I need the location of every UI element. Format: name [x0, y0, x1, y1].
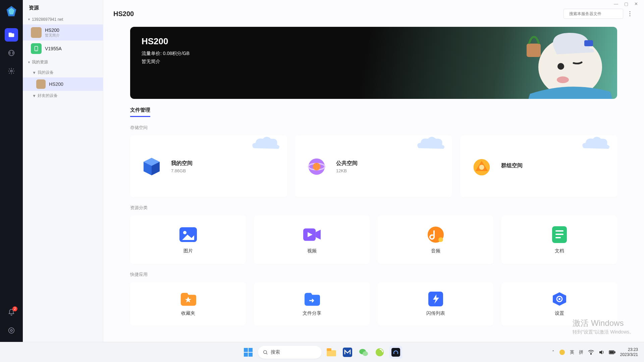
tree-group-label: 我的资源 — [32, 59, 48, 65]
taskbar-explorer[interactable] — [325, 346, 338, 359]
tab-file-manage[interactable]: 文件管理 — [130, 107, 150, 117]
category-label: 音频 — [431, 248, 440, 254]
caret-icon: ▼ — [28, 61, 31, 64]
search-box[interactable] — [564, 9, 623, 19]
storage-group-space[interactable]: 群组空间 — [460, 135, 617, 197]
audio-icon — [427, 226, 444, 243]
rail-notifications[interactable]: 2 — [5, 306, 18, 319]
quick-favorites[interactable]: 收藏夹 — [130, 282, 246, 326]
rail-resources[interactable] — [5, 28, 18, 42]
svg-marker-32 — [316, 230, 321, 240]
more-menu-button[interactable] — [626, 9, 634, 19]
tray-ime-lang[interactable]: 英 — [570, 349, 574, 355]
tree-subgroup-friends[interactable]: ▼ 好友的设备 — [23, 91, 103, 101]
svg-point-17 — [557, 76, 569, 83]
tree-item-name: V1955A — [45, 46, 62, 51]
storage-public-space[interactable]: 公共空间 12KB — [295, 135, 452, 197]
window-minimize-button[interactable]: — — [614, 1, 618, 6]
storage-title: 公共空间 — [336, 160, 358, 167]
rail-settings[interactable] — [5, 64, 18, 78]
category-audio[interactable]: 音频 — [378, 216, 493, 264]
svg-rect-52 — [327, 348, 331, 351]
svg-rect-37 — [555, 230, 564, 232]
cloud-icon — [580, 135, 610, 150]
quick-share[interactable]: 文件分享 — [254, 282, 370, 326]
quick-label: 设置 — [555, 310, 564, 316]
taskbar-search[interactable]: 搜索 — [258, 346, 322, 359]
nav-rail: 2 — [0, 0, 23, 342]
svg-rect-53 — [343, 348, 352, 357]
svg-point-16 — [557, 63, 564, 70]
tree-group-my[interactable]: ▼ 我的资源 — [23, 57, 103, 68]
tree-group-net[interactable]: ▼ 13928697941 net — [23, 14, 103, 24]
svg-rect-46 — [244, 348, 248, 352]
storage-size: 12KB — [336, 168, 358, 173]
device-thumb — [31, 43, 42, 54]
section-quick-label: 快捷应用 — [130, 272, 617, 278]
start-button[interactable] — [242, 346, 255, 359]
tree-subitem-hs200[interactable]: HS200 — [23, 77, 103, 91]
svg-rect-62 — [614, 352, 615, 353]
storage-title: 我的空间 — [171, 160, 193, 167]
hero-illustration — [506, 27, 617, 99]
category-images[interactable]: 图片 — [130, 216, 246, 264]
taskbar-app-current[interactable] — [389, 346, 402, 359]
quick-flash-transfer[interactable]: 闪传列表 — [378, 282, 493, 326]
share-folder-icon — [304, 292, 320, 306]
tray-security-icon[interactable] — [559, 349, 565, 355]
taskbar: 搜索 ˄ 英 拼 23:23 2023/3/21 — [0, 342, 644, 362]
category-videos[interactable]: 视频 — [254, 216, 370, 264]
svg-point-29 — [183, 231, 186, 234]
device-thumb — [31, 27, 42, 38]
taskbar-app-maxthon[interactable] — [341, 346, 354, 359]
wifi-icon[interactable] — [588, 350, 594, 355]
sidebar-title: 资源 — [23, 0, 103, 14]
svg-point-27 — [479, 165, 484, 170]
window-close-button[interactable]: ✕ — [634, 1, 638, 6]
svg-rect-47 — [249, 348, 253, 352]
svg-rect-39 — [555, 237, 561, 238]
tree-item-hs200[interactable]: HS200 暂无简介 — [23, 24, 103, 41]
taskbar-app-green[interactable] — [373, 346, 386, 359]
rail-about[interactable] — [5, 324, 18, 337]
svg-point-6 — [9, 328, 14, 334]
battery-icon[interactable] — [609, 350, 615, 355]
tray-clock[interactable]: 23:23 2023/3/21 — [620, 347, 638, 357]
caret-icon: ▼ — [28, 18, 31, 21]
tray-ime-mode[interactable]: 拼 — [579, 349, 583, 355]
svg-rect-3 — [9, 33, 12, 34]
svg-point-5 — [10, 70, 12, 72]
storage-title: 群组空间 — [501, 162, 523, 169]
storage-size: 7.86GB — [171, 168, 193, 173]
quick-settings[interactable]: 设置 — [501, 282, 617, 326]
svg-rect-57 — [391, 348, 400, 357]
rail-transfer[interactable] — [5, 46, 18, 60]
section-category-label: 资源分类 — [130, 205, 617, 211]
tree-group-label: 13928697941 net — [32, 17, 63, 22]
topbar: HS200 — [103, 0, 644, 20]
svg-point-45 — [558, 298, 560, 300]
tree-item-v1955a[interactable]: V1955A — [23, 41, 103, 57]
search-input[interactable] — [569, 11, 620, 16]
quick-label: 闪传列表 — [426, 310, 445, 316]
category-label: 图片 — [183, 248, 193, 254]
category-label: 视频 — [307, 248, 317, 254]
taskbar-app-wechat[interactable] — [357, 346, 370, 359]
notification-badge: 2 — [12, 306, 17, 311]
window-maximize-button[interactable]: ▢ — [624, 1, 628, 6]
category-label: 文档 — [555, 248, 564, 254]
content-scroll[interactable]: HS200 流量单价: 0.08积分/GB 暂无简介 文件管理 — [103, 20, 644, 342]
category-docs[interactable]: 文档 — [501, 216, 617, 264]
video-icon — [303, 226, 321, 243]
device-thumb — [36, 79, 46, 89]
volume-icon[interactable] — [599, 350, 604, 355]
globe-icon — [305, 155, 329, 179]
storage-my-space[interactable]: 我的空间 7.86GB — [130, 135, 287, 197]
tree-subgroup-mydevices[interactable]: ▼ 我的设备 — [23, 68, 103, 77]
cube-icon — [140, 155, 164, 179]
svg-point-59 — [590, 354, 591, 354]
tray-chevron-icon[interactable]: ˄ — [552, 350, 554, 355]
svg-point-12 — [630, 13, 631, 14]
svg-point-24 — [313, 163, 321, 170]
hero-banner: HS200 流量单价: 0.08积分/GB 暂无简介 — [130, 27, 617, 99]
